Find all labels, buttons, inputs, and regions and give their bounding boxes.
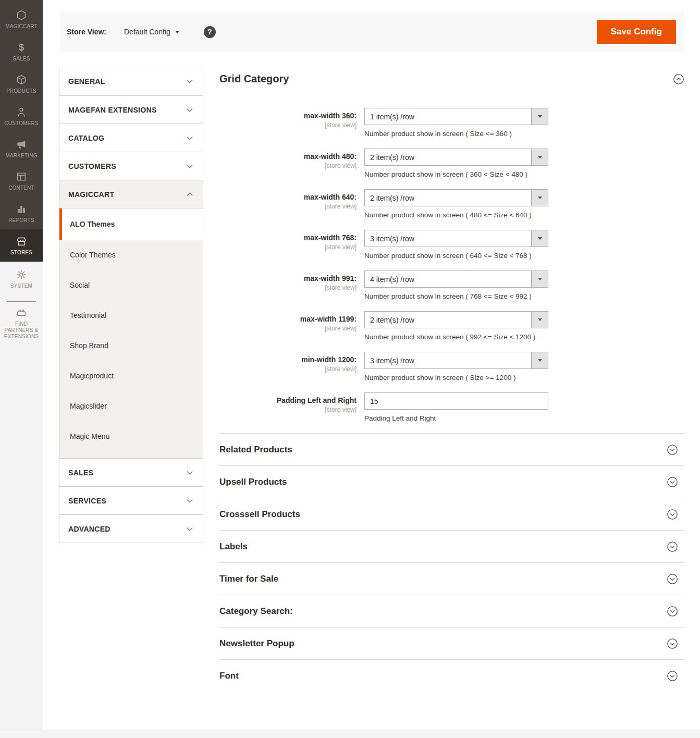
marketing-icon — [16, 139, 27, 151]
field-label: min-width 1200: — [219, 355, 357, 364]
stores-icon — [16, 236, 27, 248]
select-value: 1 item(s) /row — [370, 113, 414, 121]
field-control-block: 2 item(s) /rowNumber product show in scr… — [364, 149, 573, 178]
nav-subitem-magicslider[interactable]: Magicslider — [59, 391, 203, 421]
section-row-category-search[interactable]: Category Search: — [219, 595, 684, 628]
caret-down-icon — [538, 318, 542, 321]
field-label-block: max-width 991:[store view] — [219, 270, 364, 300]
field-control-block: 3 item(s) /rowNumber product show in scr… — [364, 230, 573, 260]
config-main: Grid Category max-width 360:[store view]… — [219, 73, 684, 692]
nav-subitem-label: Shop Brand — [70, 341, 108, 350]
nav-section-sales[interactable]: SALES — [59, 458, 203, 486]
expand-chevron-down-icon[interactable] — [667, 670, 678, 682]
field-scope: [store view] — [219, 365, 357, 373]
fields-container: max-width 360:[store view]1 item(s) /row… — [219, 108, 684, 422]
sidebar-item-products[interactable]: PRODUCTS — [0, 68, 43, 100]
expand-chevron-down-icon[interactable] — [667, 606, 678, 617]
config-nav: GENERALMAGEFAN EXTENSIONSCATALOGCUSTOMER… — [59, 67, 203, 543]
field-control-block: Padding Left and Right — [364, 392, 573, 422]
sidebar-item-label: CUSTOMERS — [1, 120, 42, 127]
field-label-block: Padding Left and Right[store view] — [219, 392, 364, 422]
save-config-button[interactable]: Save Config — [597, 20, 676, 44]
section-row-related-products[interactable]: Related Products — [219, 434, 684, 466]
select-min-width-1200[interactable]: 3 item(s) /row — [364, 352, 548, 369]
sidebar-item-find-partners-extensions[interactable]: FIND PARTNERS & EXTENSIONS — [0, 296, 43, 344]
nav-section-advanced[interactable]: ADVANCED — [59, 514, 203, 543]
field-row-min-width-1200: min-width 1200:[store view]3 item(s) /ro… — [219, 352, 684, 382]
section-row-font[interactable]: Font — [219, 660, 684, 692]
nav-subitem-color-themes[interactable]: Color Themes — [59, 240, 203, 270]
field-label: max-width 1199: — [219, 315, 357, 323]
expand-chevron-down-icon[interactable] — [667, 476, 678, 488]
caret-down-icon — [538, 278, 542, 280]
nav-subitem-testimonial[interactable]: Testimonial — [59, 300, 203, 330]
reports-icon — [16, 203, 27, 216]
expand-chevron-down-icon[interactable] — [667, 509, 678, 520]
sidebar-item-label: FIND PARTNERS & EXTENSIONS — [1, 321, 42, 340]
nav-section-general[interactable]: GENERAL — [59, 67, 203, 95]
select-arrow-button[interactable] — [531, 352, 548, 368]
section-row-title: Timer for Sale — [219, 574, 278, 584]
sidebar-main-group: MAGICCART$SALESPRODUCTSCUSTOMERSMARKETIN… — [0, 0, 43, 262]
select-max-width-480[interactable]: 2 item(s) /row — [364, 149, 548, 166]
section-row-newsletter-popup[interactable]: Newsletter Popup — [219, 628, 684, 660]
nav-subitem-magicproduct[interactable]: Magicproduct — [59, 361, 203, 391]
sidebar-item-sales[interactable]: $SALES — [0, 35, 43, 68]
nav-section-services[interactable]: SERVICES — [59, 486, 203, 514]
nav-section-customers[interactable]: CUSTOMERS — [59, 152, 203, 180]
select-value: 2 item(s) /row — [370, 194, 414, 202]
field-row-max-width-640: max-width 640:[store view]2 item(s) /row… — [219, 189, 684, 219]
select-max-width-768[interactable]: 3 item(s) /row — [364, 230, 548, 247]
select-arrow-button[interactable] — [531, 149, 548, 165]
field-label-block: max-width 768:[store view] — [219, 230, 364, 260]
sidebar-item-content[interactable]: CONTENT — [0, 165, 43, 197]
section-row-timer-for-sale[interactable]: Timer for Sale — [219, 563, 684, 595]
field-note: Number product show in screen ( 480 <= S… — [364, 211, 573, 219]
select-max-width-991[interactable]: 4 item(s) /row — [364, 270, 548, 288]
sidebar-item-reports[interactable]: REPORTS — [0, 197, 43, 229]
sidebar-item-stores[interactable]: STORES — [0, 229, 43, 262]
sidebar-item-system[interactable]: SYSTEM — [0, 262, 43, 296]
select-arrow-button[interactable] — [531, 190, 548, 206]
sidebar-item-magiccart[interactable]: MAGICCART — [0, 3, 43, 35]
expand-chevron-down-icon[interactable] — [667, 444, 678, 456]
sidebar-item-label: CONTENT — [1, 185, 42, 191]
sidebar-item-customers[interactable]: CUSTOMERS — [0, 100, 43, 132]
nav-subitem-alo-themes[interactable]: ALO Themes — [59, 208, 203, 240]
sidebar-item-label: STORES — [1, 250, 42, 256]
select-max-width-360[interactable]: 1 item(s) /row — [364, 108, 548, 125]
store-view-switcher[interactable]: Default Config — [124, 28, 179, 36]
field-control-block: 1 item(s) /rowNumber product show in scr… — [364, 108, 573, 138]
caret-down-icon — [175, 31, 179, 33]
nav-subitem-shop-brand[interactable]: Shop Brand — [59, 330, 203, 361]
select-arrow-button[interactable] — [531, 312, 548, 328]
nav-section-magefan-extensions[interactable]: MAGEFAN EXTENSIONS — [59, 95, 203, 124]
collapse-chevron-up-icon[interactable] — [673, 73, 684, 85]
nav-subitem-label: Testimonial — [70, 311, 106, 319]
sidebar-item-marketing[interactable]: MARKETING — [0, 132, 43, 165]
section-row-labels[interactable]: Labels — [219, 531, 684, 563]
section-row-upsell-products[interactable]: Upsell Products — [219, 466, 684, 498]
sidebar-secondary-group: SYSTEMFIND PARTNERS & EXTENSIONS — [0, 262, 43, 344]
select-arrow-button[interactable] — [531, 271, 548, 287]
sidebar-item-label: REPORTS — [1, 217, 42, 224]
select-arrow-button[interactable] — [531, 108, 548, 125]
field-label: max-width 991: — [219, 274, 357, 282]
nav-section-magiccart[interactable]: MAGICCART — [59, 180, 203, 208]
nav-section-catalog[interactable]: CATALOG — [59, 124, 203, 152]
nav-subitem-social[interactable]: Social — [59, 270, 203, 300]
expand-chevron-down-icon[interactable] — [667, 541, 678, 552]
padding-left-and-right-input[interactable] — [364, 392, 548, 410]
caret-down-icon — [538, 156, 542, 158]
select-arrow-button[interactable] — [531, 230, 548, 247]
section-row-crosssell-products[interactable]: Crosssell Products — [219, 498, 684, 531]
field-scope: [store view] — [219, 325, 357, 332]
expand-chevron-down-icon[interactable] — [667, 638, 678, 649]
nav-subitem-magic-menu[interactable]: Magic Menu — [59, 421, 203, 451]
select-max-width-640[interactable]: 2 item(s) /row — [364, 189, 548, 206]
help-icon[interactable]: ? — [204, 26, 216, 38]
field-scope: [store view] — [219, 284, 357, 291]
expand-chevron-down-icon[interactable] — [667, 573, 678, 585]
select-max-width-1199[interactable]: 2 item(s) /row — [364, 311, 548, 328]
sidebar-item-label: MARKETING — [1, 153, 42, 159]
